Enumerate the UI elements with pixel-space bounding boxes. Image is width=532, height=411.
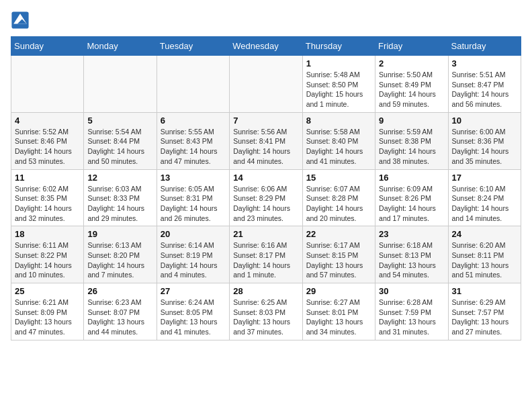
day-number: 27: [161, 286, 226, 296]
calendar-cell: 11Sunrise: 6:02 AM Sunset: 8:35 PM Dayli…: [11, 169, 84, 226]
day-number: 30: [379, 286, 444, 296]
day-info: Sunrise: 6:29 AM Sunset: 7:57 PM Dayligh…: [452, 298, 517, 337]
week-row-2: 4Sunrise: 5:52 AM Sunset: 8:46 PM Daylig…: [11, 112, 521, 169]
calendar-cell: [84, 56, 157, 113]
day-info: Sunrise: 5:59 AM Sunset: 8:38 PM Dayligh…: [379, 127, 444, 167]
day-info: Sunrise: 6:00 AM Sunset: 8:36 PM Dayligh…: [452, 127, 517, 167]
day-number: 29: [306, 286, 371, 296]
day-info: Sunrise: 5:50 AM Sunset: 8:49 PM Dayligh…: [379, 70, 444, 109]
day-number: 22: [306, 229, 371, 239]
calendar-cell: 20Sunrise: 6:14 AM Sunset: 8:19 PM Dayli…: [157, 226, 229, 283]
day-number: 16: [379, 173, 444, 183]
day-info: Sunrise: 6:09 AM Sunset: 8:26 PM Dayligh…: [379, 184, 444, 224]
day-info: Sunrise: 6:18 AM Sunset: 8:13 PM Dayligh…: [379, 240, 444, 280]
calendar-cell: 13Sunrise: 6:05 AM Sunset: 8:31 PM Dayli…: [157, 169, 229, 226]
day-number: 5: [87, 116, 152, 126]
day-number: 8: [306, 116, 371, 126]
day-info: Sunrise: 6:21 AM Sunset: 8:09 PM Dayligh…: [15, 298, 80, 337]
day-of-week-wednesday: Wednesday: [230, 37, 302, 56]
day-number: 18: [15, 229, 80, 239]
day-of-week-saturday: Saturday: [448, 37, 521, 56]
calendar-cell: 28Sunrise: 6:25 AM Sunset: 8:03 PM Dayli…: [230, 283, 302, 340]
day-of-week-sunday: Sunday: [11, 37, 84, 56]
day-number: 21: [233, 229, 298, 239]
day-info: Sunrise: 6:06 AM Sunset: 8:29 PM Dayligh…: [233, 184, 298, 224]
day-number: 28: [233, 286, 298, 296]
calendar-cell: 16Sunrise: 6:09 AM Sunset: 8:26 PM Dayli…: [375, 169, 448, 226]
day-number: 14: [233, 173, 298, 183]
day-info: Sunrise: 6:28 AM Sunset: 7:59 PM Dayligh…: [379, 298, 444, 337]
day-info: Sunrise: 6:17 AM Sunset: 8:15 PM Dayligh…: [306, 240, 371, 280]
day-info: Sunrise: 5:51 AM Sunset: 8:47 PM Dayligh…: [452, 70, 517, 109]
calendar-cell: 21Sunrise: 6:16 AM Sunset: 8:17 PM Dayli…: [230, 226, 302, 283]
day-info: Sunrise: 6:13 AM Sunset: 8:20 PM Dayligh…: [87, 240, 152, 280]
calendar-cell: 14Sunrise: 6:06 AM Sunset: 8:29 PM Dayli…: [230, 169, 302, 226]
calendar-cell: 26Sunrise: 6:23 AM Sunset: 8:07 PM Dayli…: [84, 283, 157, 340]
day-info: Sunrise: 6:03 AM Sunset: 8:33 PM Dayligh…: [87, 184, 152, 224]
calendar-cell: 4Sunrise: 5:52 AM Sunset: 8:46 PM Daylig…: [11, 112, 84, 169]
day-of-week-thursday: Thursday: [302, 37, 375, 56]
day-info: Sunrise: 6:02 AM Sunset: 8:35 PM Dayligh…: [15, 184, 80, 224]
day-number: 6: [161, 116, 226, 126]
day-number: 25: [15, 286, 80, 296]
logo-icon: [11, 11, 30, 30]
day-info: Sunrise: 6:27 AM Sunset: 8:01 PM Dayligh…: [306, 298, 371, 337]
calendar-cell: 2Sunrise: 5:50 AM Sunset: 8:49 PM Daylig…: [375, 56, 448, 113]
calendar-cell: [157, 56, 229, 113]
calendar-cell: 24Sunrise: 6:20 AM Sunset: 8:11 PM Dayli…: [448, 226, 521, 283]
calendar-cell: 12Sunrise: 6:03 AM Sunset: 8:33 PM Dayli…: [84, 169, 157, 226]
day-info: Sunrise: 6:10 AM Sunset: 8:24 PM Dayligh…: [452, 184, 517, 224]
day-number: 12: [87, 173, 152, 183]
day-number: 17: [452, 173, 517, 183]
day-number: 15: [306, 173, 371, 183]
calendar-cell: 25Sunrise: 6:21 AM Sunset: 8:09 PM Dayli…: [11, 283, 84, 340]
day-number: 3: [452, 58, 517, 68]
calendar-cell: 19Sunrise: 6:13 AM Sunset: 8:20 PM Dayli…: [84, 226, 157, 283]
calendar-cell: 29Sunrise: 6:27 AM Sunset: 8:01 PM Dayli…: [302, 283, 375, 340]
day-info: Sunrise: 6:05 AM Sunset: 8:31 PM Dayligh…: [161, 184, 226, 224]
day-info: Sunrise: 5:56 AM Sunset: 8:41 PM Dayligh…: [233, 127, 298, 167]
day-info: Sunrise: 5:48 AM Sunset: 8:50 PM Dayligh…: [306, 70, 371, 109]
calendar-cell: [11, 56, 84, 113]
day-number: 19: [87, 229, 152, 239]
day-number: 26: [87, 286, 152, 296]
day-number: 7: [233, 116, 298, 126]
calendar-cell: 8Sunrise: 5:58 AM Sunset: 8:40 PM Daylig…: [302, 112, 375, 169]
calendar-cell: 30Sunrise: 6:28 AM Sunset: 7:59 PM Dayli…: [375, 283, 448, 340]
calendar-cell: 1Sunrise: 5:48 AM Sunset: 8:50 PM Daylig…: [302, 56, 375, 113]
calendar-cell: 22Sunrise: 6:17 AM Sunset: 8:15 PM Dayli…: [302, 226, 375, 283]
day-info: Sunrise: 5:54 AM Sunset: 8:44 PM Dayligh…: [87, 127, 152, 167]
day-info: Sunrise: 5:55 AM Sunset: 8:43 PM Dayligh…: [161, 127, 226, 167]
calendar-cell: 31Sunrise: 6:29 AM Sunset: 7:57 PM Dayli…: [448, 283, 521, 340]
day-number: 20: [161, 229, 226, 239]
day-of-week-friday: Friday: [375, 37, 448, 56]
calendar-table: SundayMondayTuesdayWednesdayThursdayFrid…: [11, 36, 521, 340]
day-number: 24: [452, 229, 517, 239]
day-number: 23: [379, 229, 444, 239]
day-info: Sunrise: 6:24 AM Sunset: 8:05 PM Dayligh…: [161, 298, 226, 337]
calendar-cell: 15Sunrise: 6:07 AM Sunset: 8:28 PM Dayli…: [302, 169, 375, 226]
week-row-4: 18Sunrise: 6:11 AM Sunset: 8:22 PM Dayli…: [11, 226, 521, 283]
day-info: Sunrise: 5:52 AM Sunset: 8:46 PM Dayligh…: [15, 127, 80, 167]
day-info: Sunrise: 6:20 AM Sunset: 8:11 PM Dayligh…: [452, 240, 517, 280]
day-number: 2: [379, 58, 444, 68]
day-info: Sunrise: 6:16 AM Sunset: 8:17 PM Dayligh…: [233, 240, 298, 280]
page-header: [11, 11, 521, 30]
calendar-cell: 7Sunrise: 5:56 AM Sunset: 8:41 PM Daylig…: [230, 112, 302, 169]
day-info: Sunrise: 5:58 AM Sunset: 8:40 PM Dayligh…: [306, 127, 371, 167]
calendar-cell: 6Sunrise: 5:55 AM Sunset: 8:43 PM Daylig…: [157, 112, 229, 169]
calendar-cell: 10Sunrise: 6:00 AM Sunset: 8:36 PM Dayli…: [448, 112, 521, 169]
day-info: Sunrise: 6:23 AM Sunset: 8:07 PM Dayligh…: [87, 298, 152, 337]
day-info: Sunrise: 6:25 AM Sunset: 8:03 PM Dayligh…: [233, 298, 298, 337]
day-info: Sunrise: 6:07 AM Sunset: 8:28 PM Dayligh…: [306, 184, 371, 224]
week-row-3: 11Sunrise: 6:02 AM Sunset: 8:35 PM Dayli…: [11, 169, 521, 226]
calendar-cell: 17Sunrise: 6:10 AM Sunset: 8:24 PM Dayli…: [448, 169, 521, 226]
day-of-week-monday: Monday: [84, 37, 157, 56]
day-number: 10: [452, 116, 517, 126]
day-info: Sunrise: 6:14 AM Sunset: 8:19 PM Dayligh…: [161, 240, 226, 280]
week-row-5: 25Sunrise: 6:21 AM Sunset: 8:09 PM Dayli…: [11, 283, 521, 340]
day-number: 11: [15, 173, 80, 183]
calendar-cell: [230, 56, 302, 113]
day-number: 4: [15, 116, 80, 126]
logo: [11, 11, 32, 30]
